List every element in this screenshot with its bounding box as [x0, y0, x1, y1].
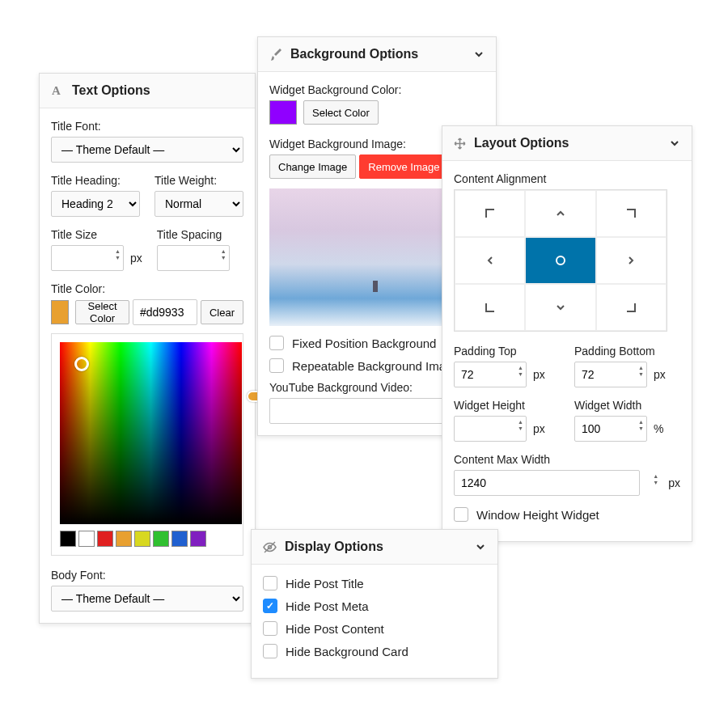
select-color-button[interactable]: Select Color [303, 100, 379, 125]
align-bottom-left[interactable] [455, 284, 525, 331]
checkbox[interactable] [263, 599, 277, 613]
widget-width-input[interactable] [574, 416, 647, 442]
px-unit: px [533, 368, 545, 381]
palette-swatch[interactable] [171, 531, 188, 547]
px-unit: px [654, 368, 666, 381]
align-top-right[interactable] [596, 190, 667, 237]
palette-swatch[interactable] [97, 531, 113, 547]
bg-color-swatch[interactable] [269, 100, 297, 125]
title-font-select[interactable]: — Theme Default — [51, 137, 243, 163]
chevron-down-icon[interactable] [669, 138, 680, 149]
palette-swatch[interactable] [78, 531, 95, 547]
display-option-row[interactable]: Hide Background Card [263, 644, 486, 658]
align-bottom-center[interactable] [525, 284, 595, 331]
checkbox-label: Hide Post Content [286, 622, 384, 636]
px-unit: px [533, 422, 545, 435]
display-option-row[interactable]: Hide Post Title [263, 576, 486, 590]
palette-swatch[interactable] [153, 531, 169, 547]
color-picker-handle[interactable] [74, 357, 89, 371]
color-hex-input[interactable] [133, 299, 197, 325]
pct-unit: % [654, 422, 663, 435]
px-unit: px [130, 252, 142, 265]
change-image-button[interactable]: Change Image [269, 154, 356, 179]
stepper-icon[interactable]: ▲▼ [653, 473, 658, 485]
svg-text:A: A [52, 84, 61, 97]
checkbox-label: Window Height Widget [476, 508, 599, 522]
stepper-icon[interactable]: ▲▼ [115, 248, 121, 260]
checkbox-label: Hide Post Title [286, 577, 364, 590]
align-bottom-right[interactable] [596, 284, 667, 331]
palette-swatch[interactable] [116, 531, 132, 547]
checkbox[interactable] [269, 336, 284, 350]
chevron-down-icon[interactable] [475, 541, 486, 552]
align-middle-center[interactable] [525, 237, 595, 284]
title-font-label: Title Font: [51, 120, 243, 133]
padding-bottom-label: Padding Bottom [574, 345, 680, 358]
layout-options-header[interactable]: Layout Options [442, 126, 692, 161]
widget-width-label: Widget Width [574, 399, 680, 412]
title-size-input[interactable] [51, 245, 124, 271]
title-color-label: Title Color: [51, 282, 243, 295]
checkbox[interactable] [263, 621, 277, 636]
widget-height-label: Widget Height [454, 399, 560, 412]
checkbox-label: Hide Post Meta [286, 599, 369, 613]
checkbox[interactable] [269, 358, 284, 373]
panel-title: Layout Options [474, 136, 569, 150]
color-palette [60, 531, 242, 547]
palette-swatch[interactable] [60, 531, 76, 547]
body-font-label: Body Font: [51, 569, 243, 582]
title-weight-select[interactable]: Normal [154, 191, 243, 217]
checkbox[interactable] [263, 576, 277, 590]
panel-title: Background Options [290, 47, 418, 61]
content-max-width-input[interactable] [454, 470, 640, 496]
palette-swatch[interactable] [134, 531, 150, 547]
title-size-label: Title Size [51, 228, 142, 241]
title-spacing-input[interactable] [157, 245, 230, 271]
window-height-row[interactable]: Window Height Widget [454, 507, 680, 522]
palette-swatch[interactable] [190, 531, 206, 547]
display-option-row[interactable]: Hide Post Content [263, 621, 486, 636]
padding-top-label: Padding Top [454, 345, 560, 358]
display-option-row[interactable]: Hide Post Meta [263, 599, 486, 613]
align-top-center[interactable] [525, 190, 595, 237]
align-middle-left[interactable] [455, 237, 525, 284]
select-color-button[interactable]: Select Color [75, 300, 129, 324]
panel-title: Display Options [285, 540, 383, 554]
content-max-width-label: Content Max Width [454, 453, 680, 466]
display-options-header[interactable]: Display Options [252, 530, 497, 565]
stepper-icon[interactable]: ▲▼ [638, 419, 644, 431]
stepper-icon[interactable]: ▲▼ [221, 248, 226, 260]
px-unit: px [668, 476, 680, 489]
stepper-icon[interactable]: ▲▼ [518, 419, 523, 431]
align-middle-right[interactable] [596, 237, 667, 284]
panel-title: Text Options [72, 83, 150, 98]
eye-slash-icon [263, 540, 277, 554]
display-options-panel: Display Options Hide Post TitleHide Post… [251, 529, 498, 679]
title-color-swatch[interactable] [51, 300, 69, 324]
chevron-down-icon[interactable] [473, 49, 485, 60]
svg-point-1 [557, 256, 565, 265]
title-weight-label: Title Weight: [154, 174, 243, 187]
alignment-grid [454, 189, 667, 332]
checkbox[interactable] [454, 507, 468, 522]
layout-options-panel: Layout Options Content Alignment Padding… [442, 125, 692, 542]
brush-icon [269, 48, 282, 61]
checkbox-label: Fixed Position Background [292, 336, 436, 350]
stepper-icon[interactable]: ▲▼ [518, 365, 523, 377]
title-heading-select[interactable]: Heading 2 [51, 191, 140, 217]
stepper-icon[interactable]: ▲▼ [638, 365, 644, 377]
checkbox[interactable] [263, 644, 277, 658]
body-font-select[interactable]: — Theme Default — [51, 586, 243, 612]
move-icon [454, 138, 466, 150]
color-picker[interactable] [60, 342, 242, 524]
text-icon: A [51, 84, 64, 97]
padding-bottom-input[interactable] [574, 362, 647, 387]
title-heading-label: Title Heading: [51, 174, 140, 187]
widget-height-input[interactable] [454, 416, 527, 442]
remove-image-button[interactable]: Remove Image [359, 154, 448, 179]
clear-color-button[interactable]: Clear [201, 300, 243, 324]
background-options-header[interactable]: Background Options [258, 37, 496, 72]
text-options-header[interactable]: A Text Options [40, 74, 255, 108]
align-top-left[interactable] [455, 190, 525, 237]
padding-top-input[interactable] [454, 362, 527, 387]
